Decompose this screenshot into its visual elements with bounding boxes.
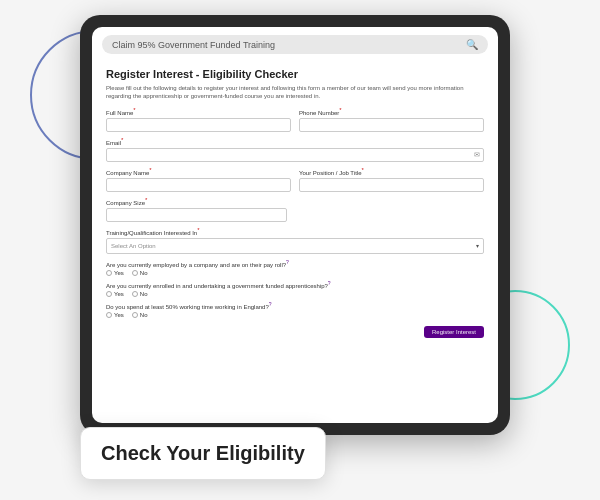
field-training: Training/Qualification Interested In* Se… <box>106 227 484 254</box>
field-full-name: Full Name* <box>106 107 291 132</box>
radio-circle <box>132 291 138 297</box>
field-email: Email* ✉ <box>106 137 484 162</box>
radio-circle <box>106 312 112 318</box>
form-row-3: Company Name* Your Position / Job Title* <box>106 167 484 192</box>
register-interest-button[interactable]: Register Interest <box>424 326 484 338</box>
radio-label-yes: Yes <box>114 270 124 276</box>
radio-question-employed: Are you currently employed by a company … <box>106 259 484 268</box>
select-training[interactable]: Select An Option ▾ <box>106 238 484 254</box>
bottom-card-title: Check Your Eligibility <box>101 442 305 464</box>
radio-label-yes: Yes <box>114 291 124 297</box>
field-job-title: Your Position / Job Title* <box>299 167 484 192</box>
tablet-frame: Claim 95% Government Funded Training 🔍 R… <box>80 15 510 435</box>
radio-question-england: Do you spend at least 50% working time w… <box>106 301 484 310</box>
radio-options-england: Yes No <box>106 312 484 318</box>
field-company-name: Company Name* <box>106 167 291 192</box>
radio-circle <box>106 270 112 276</box>
label-company-size: Company Size* <box>106 197 287 206</box>
radio-no-apprenticeship[interactable]: No <box>132 291 148 297</box>
input-email[interactable]: ✉ <box>106 148 484 162</box>
select-placeholder: Select An Option <box>111 243 156 249</box>
radio-group-england: Do you spend at least 50% working time w… <box>106 301 484 318</box>
radio-circle <box>106 291 112 297</box>
search-bar[interactable]: Claim 95% Government Funded Training 🔍 <box>102 35 488 54</box>
input-job-title[interactable] <box>299 178 484 192</box>
radio-no-england[interactable]: No <box>132 312 148 318</box>
radio-label-yes: Yes <box>114 312 124 318</box>
form-row-1: Full Name* Phone Number* <box>106 107 484 132</box>
search-bar-text: Claim 95% Government Funded Training <box>112 40 275 50</box>
radio-options-employed: Yes No <box>106 270 484 276</box>
field-phone: Phone Number* <box>299 107 484 132</box>
form-description: Please fill out the following details to… <box>106 84 484 101</box>
radio-yes-england[interactable]: Yes <box>106 312 124 318</box>
radio-label-no: No <box>140 270 148 276</box>
label-job-title: Your Position / Job Title* <box>299 167 484 176</box>
email-icon: ✉ <box>474 151 480 159</box>
label-company-name: Company Name* <box>106 167 291 176</box>
label-training: Training/Qualification Interested In* <box>106 227 484 236</box>
radio-group-apprenticeship: Are you currently enrolled in and undert… <box>106 280 484 297</box>
radio-yes-employed[interactable]: Yes <box>106 270 124 276</box>
radio-circle <box>132 312 138 318</box>
radio-circle <box>132 270 138 276</box>
label-full-name: Full Name* <box>106 107 291 116</box>
radio-no-employed[interactable]: No <box>132 270 148 276</box>
bottom-card: Check Your Eligibility <box>80 427 326 480</box>
radio-question-apprenticeship: Are you currently enrolled in and undert… <box>106 280 484 289</box>
tablet-screen: Claim 95% Government Funded Training 🔍 R… <box>92 27 498 423</box>
form-content: Register Interest - Eligibility Checker … <box>92 60 498 423</box>
radio-label-no: No <box>140 291 148 297</box>
input-company-name[interactable] <box>106 178 291 192</box>
search-icon: 🔍 <box>466 39 478 50</box>
radio-label-no: No <box>140 312 148 318</box>
form-row-2: Email* ✉ <box>106 137 484 162</box>
input-full-name[interactable] <box>106 118 291 132</box>
radio-yes-apprenticeship[interactable]: Yes <box>106 291 124 297</box>
label-email: Email* <box>106 137 484 146</box>
form-row-5: Training/Qualification Interested In* Se… <box>106 227 484 254</box>
radio-options-apprenticeship: Yes No <box>106 291 484 297</box>
form-row-4: Company Size* <box>106 197 484 222</box>
input-phone[interactable] <box>299 118 484 132</box>
input-company-size[interactable] <box>106 208 287 222</box>
label-phone: Phone Number* <box>299 107 484 116</box>
form-title: Register Interest - Eligibility Checker <box>106 68 484 80</box>
field-company-size: Company Size* <box>106 197 287 222</box>
chevron-down-icon: ▾ <box>476 242 479 249</box>
radio-group-employed: Are you currently employed by a company … <box>106 259 484 276</box>
